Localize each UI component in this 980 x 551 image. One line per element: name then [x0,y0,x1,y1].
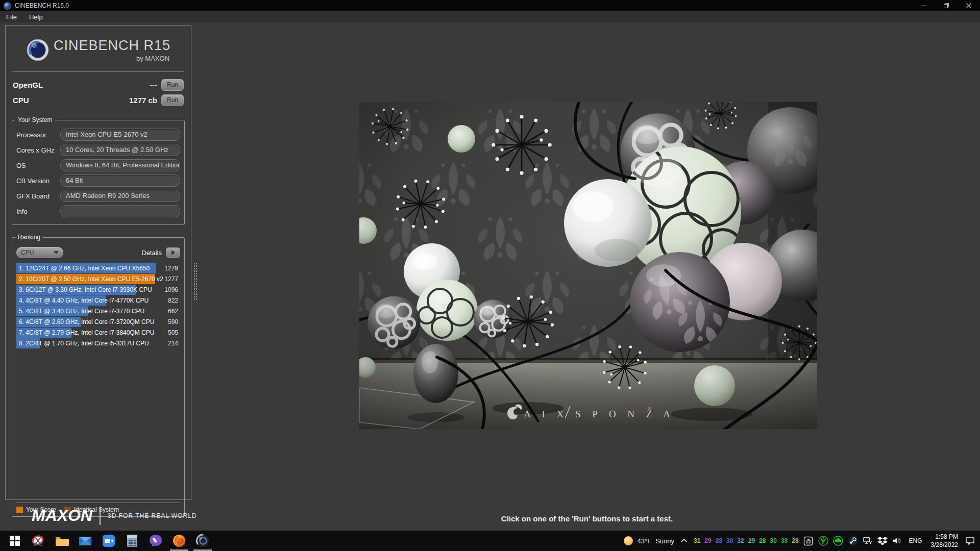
green-cloud-tray-icon[interactable] [833,536,843,546]
core-temp-value: 30 [726,537,733,544]
core-temp-value: 28 [759,537,766,544]
system-row: GFX Board AMD Radeon R9 200 Series [16,190,180,202]
firefox-icon[interactable] [167,531,191,551]
ranking-label: 2. 10C/20T @ 2.50 GHz, Intel Xeon CPU E5… [19,276,163,283]
sun-icon [623,536,633,546]
system-field-value[interactable]: 64 Bit [60,174,180,187]
ranking-row[interactable]: 7. 4C/8T @ 2.79 GHz, Intel Core i7-3840Q… [16,328,180,338]
system-row: OS Windows 8, 64 Bit, Professional Editi… [16,159,180,171]
core-temp-value: 30 [770,537,777,544]
window-titlebar[interactable]: CINEBENCH R15.0 [0,0,980,11]
ranking-row[interactable]: 2. 10C/20T @ 2.50 GHz, Intel Xeon CPU E5… [16,274,180,284]
snipping-tool-icon[interactable] [27,531,50,551]
system-field-label: Info [16,208,60,215]
taskbar: 43°F Sunny 31292830322928303328 @ [0,531,980,551]
divider [100,507,101,525]
ranking-label: 5. 4C/8T @ 3.40 GHz, Intel Core i7-3770 … [19,308,144,315]
start-button[interactable] [3,531,27,551]
cinema4d-icon[interactable] [191,531,214,551]
mail-icon[interactable] [74,531,97,551]
ranking-row[interactable]: 5. 4C/8T @ 3.40 GHz, Intel Core i7-3770 … [16,306,180,316]
system-field-value[interactable]: AMD Radeon R9 200 Series [60,190,180,202]
steam-tray-icon[interactable] [848,536,858,546]
system-field-value[interactable]: Intel Xeon CPU E5-2670 v2 [60,129,180,141]
system-field-value[interactable]: 10 Cores, 20 Threads @ 2.50 GHz [60,144,180,156]
minimize-button[interactable] [913,0,935,11]
ranking-label: 3. 6C/12T @ 3.30 GHz, Intel Core i7-3930… [19,286,152,293]
ranking-score: 214 [168,340,178,347]
window-title: CINEBENCH R15.0 [15,2,69,9]
app-title: CINEBENCH R15 [54,38,170,54]
weather-widget[interactable]: 43°F Sunny [623,536,674,546]
ranking-score: 590 [168,318,178,325]
system-field-label: Processor [16,131,60,139]
cinebench-logo: CINEBENCH R15 by MAXON [12,38,185,62]
ranking-score: 1279 [164,265,178,272]
language-indicator[interactable]: ENG [907,537,924,544]
desktop: CINEBENCH R15.0 FileHelp C [0,0,980,551]
cinebench-side-panel: CINEBENCH R15 by MAXON OpenGL --- Run CP… [5,25,191,500]
core-temp-tray-numbers[interactable]: 31292830322928303328 [694,537,799,544]
file-explorer-icon[interactable] [50,531,74,551]
ranking-row[interactable]: 3. 6C/12T @ 3.30 GHz, Intel Core i7-3930… [16,285,180,295]
ranking-groupbox: Ranking CPU Details 1. 12C/24T @ 2.66 GH… [12,237,185,517]
your-system-groupbox: Your System Processor Intel Xeon CPU E5-… [12,120,185,225]
core-temp-value: 28 [792,537,798,544]
ranking-label: 6. 4C/8T @ 2.60 GHz, Intel Core i7-3720Q… [19,318,154,325]
system-field-label: CB Version [16,177,60,185]
benchmark-label: OpenGL [13,81,43,89]
system-row: Cores x GHz 10 Cores, 20 Threads @ 2.50 … [16,144,180,156]
run-button[interactable]: Run [161,79,184,91]
system-field-value[interactable]: Windows 8, 64 Bit, Professional Edition … [60,159,180,171]
maxon-tagline: 3D FOR THE REAL WORLD [108,512,197,519]
dropbox-tray-icon[interactable] [877,536,888,546]
core-temp-value: 31 [694,537,700,544]
benchmark-row: CPU 1277 cb Run [12,92,185,108]
run-button[interactable]: Run [161,94,184,106]
ranking-score: 662 [168,308,178,315]
ranking-row[interactable]: 6. 4C/8T @ 2.60 GHz, Intel Core i7-3720Q… [16,317,180,327]
clock-date: 3/28/2022 [931,541,958,549]
ranking-score: 505 [168,329,178,336]
action-center-icon[interactable] [965,536,975,546]
system-row: Processor Intel Xeon CPU E5-2670 v2 [16,129,180,141]
benchmark-row: OpenGL --- Run [12,77,185,92]
legend-swatch [16,507,23,513]
close-button[interactable] [958,0,980,11]
system-row: CB Version 64 Bit [16,174,180,187]
arrow-right-icon [172,250,175,255]
core-temp-value: 33 [781,537,788,544]
hint-text: Click on one of the 'Run' buttons to sta… [194,514,980,523]
ranking-label: 1. 12C/24T @ 2.66 GHz, Intel Xeon CPU X5… [19,265,150,272]
system-field-label: Cores x GHz [16,146,60,154]
your-system-legend: Your System [15,116,55,123]
cinema4d-logo-icon [26,38,50,62]
zoom-icon[interactable] [97,531,120,551]
app-subtitle: by MAXON [54,55,170,62]
cinebench-app-icon [4,2,11,10]
ranking-row[interactable]: 1. 12C/24T @ 2.66 GHz, Intel Xeon CPU X5… [16,263,180,273]
volume-tray-icon[interactable] [892,536,902,546]
restore-button[interactable] [935,0,958,11]
ranking-filter-dropdown[interactable]: CPU [16,247,63,258]
weather-temp: 43°F [638,537,652,545]
ranking-score: 1096 [164,286,178,293]
system-field-value[interactable] [60,205,180,217]
benchmark-value: 1277 cb [129,96,157,105]
menu-item-file[interactable]: File [0,11,23,22]
panel-splitter-handle[interactable] [193,262,198,300]
ranking-label: 8. 2C/4T @ 1.70 GHz, Intel Core i5-3317U… [19,340,149,347]
ranking-row[interactable]: 8. 2C/4T @ 1.70 GHz, Intel Core i5-3317U… [16,338,180,348]
maxon-footer: MAXON 3D FOR THE REAL WORLD [32,506,197,525]
razer-tray-icon[interactable] [818,536,828,546]
hidden-icons-chevron[interactable] [679,536,689,546]
clock[interactable]: 1:58 PM 3/28/2022 [929,533,960,549]
menu-item-help[interactable]: Help [23,11,49,22]
ranking-row[interactable]: 4. 4C/8T @ 4.40 GHz, Intel Core i7-4770K… [16,295,180,306]
ranking-filter-value: CPU [21,249,34,256]
viber-icon[interactable] [144,531,167,551]
network-tray-icon[interactable] [863,536,873,546]
details-expand-button[interactable] [166,247,180,258]
spiral-tray-icon[interactable]: @ [803,536,814,546]
calculator-icon[interactable] [120,531,144,551]
